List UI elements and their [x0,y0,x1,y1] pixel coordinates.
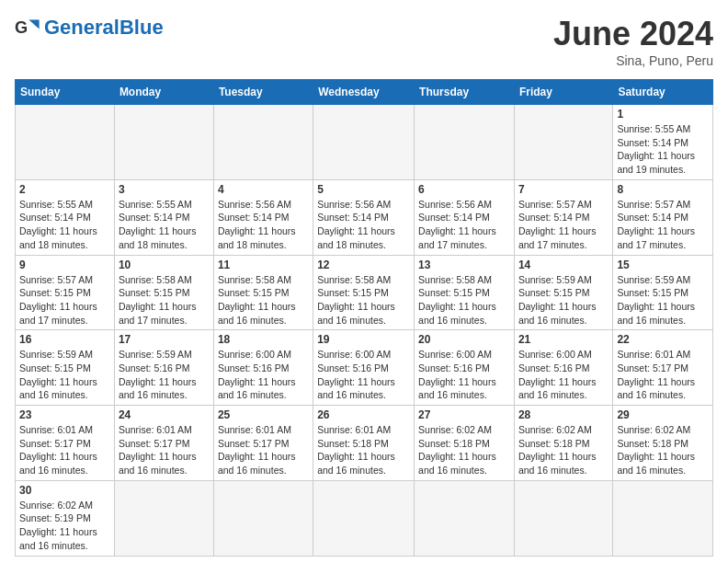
calendar-cell [415,105,515,180]
day-info: Sunrise: 6:02 AM Sunset: 5:19 PM Dayligh… [19,499,110,553]
day-number: 24 [119,408,210,421]
calendar-cell: 1Sunrise: 5:55 AM Sunset: 5:14 PM Daylig… [613,105,713,180]
calendar-cell: 13Sunrise: 5:58 AM Sunset: 5:15 PM Dayli… [415,255,515,330]
day-info: Sunrise: 6:00 AM Sunset: 5:16 PM Dayligh… [317,348,410,402]
week-row-5: 23Sunrise: 6:01 AM Sunset: 5:17 PM Dayli… [16,406,713,481]
day-number: 8 [617,183,709,196]
calendar-cell: 26Sunrise: 6:01 AM Sunset: 5:18 PM Dayli… [313,406,415,481]
day-number: 23 [19,408,110,421]
day-number: 9 [19,259,110,271]
calendar-cell: 29Sunrise: 6:02 AM Sunset: 5:18 PM Dayli… [613,406,713,481]
day-info: Sunrise: 6:02 AM Sunset: 5:18 PM Dayligh… [518,423,609,477]
title-block: June 2024 Sina, Puno, Peru [553,15,713,68]
week-row-1: 1Sunrise: 5:55 AM Sunset: 5:14 PM Daylig… [16,105,713,180]
weekday-header-thursday: Thursday [415,80,515,105]
day-info: Sunrise: 5:57 AM Sunset: 5:14 PM Dayligh… [617,198,709,252]
weekday-header-monday: Monday [114,80,213,105]
day-number: 21 [518,333,609,346]
month-title: June 2024 [553,15,713,53]
day-number: 4 [218,183,309,196]
day-number: 1 [617,108,709,121]
calendar-cell [514,480,612,556]
day-number: 27 [418,408,510,421]
calendar-cell: 18Sunrise: 6:00 AM Sunset: 5:16 PM Dayli… [213,330,313,406]
calendar-cell: 7Sunrise: 5:57 AM Sunset: 5:14 PM Daylig… [514,179,612,255]
day-number: 16 [19,333,110,346]
week-row-2: 2Sunrise: 5:55 AM Sunset: 5:14 PM Daylig… [16,179,713,255]
calendar-cell: 9Sunrise: 5:57 AM Sunset: 5:15 PM Daylig… [16,255,115,330]
svg-marker-1 [28,20,39,29]
location-subtitle: Sina, Puno, Peru [553,53,713,68]
day-info: Sunrise: 5:55 AM Sunset: 5:14 PM Dayligh… [617,122,709,177]
day-number: 20 [418,333,510,346]
day-info: Sunrise: 5:55 AM Sunset: 5:14 PM Dayligh… [119,198,210,252]
weekday-header-row: SundayMondayTuesdayWednesdayThursdayFrid… [16,80,713,105]
day-info: Sunrise: 6:01 AM Sunset: 5:18 PM Dayligh… [317,423,410,477]
day-info: Sunrise: 5:55 AM Sunset: 5:14 PM Dayligh… [19,198,110,252]
calendar-cell [114,480,213,556]
calendar-cell [313,480,415,556]
day-number: 26 [317,408,410,421]
calendar-cell: 16Sunrise: 5:59 AM Sunset: 5:15 PM Dayli… [16,330,115,406]
calendar-cell [514,105,612,180]
calendar-cell: 17Sunrise: 5:59 AM Sunset: 5:16 PM Dayli… [114,330,213,406]
day-info: Sunrise: 5:56 AM Sunset: 5:14 PM Dayligh… [317,198,410,252]
day-info: Sunrise: 5:58 AM Sunset: 5:15 PM Dayligh… [119,273,210,327]
calendar-cell: 8Sunrise: 5:57 AM Sunset: 5:14 PM Daylig… [613,179,713,255]
calendar-cell: 22Sunrise: 6:01 AM Sunset: 5:17 PM Dayli… [613,330,713,406]
day-info: Sunrise: 6:01 AM Sunset: 5:17 PM Dayligh… [617,348,709,402]
calendar-cell: 23Sunrise: 6:01 AM Sunset: 5:17 PM Dayli… [16,406,115,481]
calendar-table: SundayMondayTuesdayWednesdayThursdayFrid… [15,79,713,557]
calendar-cell: 4Sunrise: 5:56 AM Sunset: 5:14 PM Daylig… [213,179,313,255]
week-row-4: 16Sunrise: 5:59 AM Sunset: 5:15 PM Dayli… [16,330,713,406]
day-number: 25 [218,408,309,421]
week-row-6: 30Sunrise: 6:02 AM Sunset: 5:19 PM Dayli… [16,480,713,556]
calendar-cell [415,480,515,556]
calendar-cell: 24Sunrise: 6:01 AM Sunset: 5:17 PM Dayli… [114,406,213,481]
calendar-cell: 5Sunrise: 5:56 AM Sunset: 5:14 PM Daylig… [313,179,415,255]
day-number: 12 [317,259,410,271]
day-info: Sunrise: 5:58 AM Sunset: 5:15 PM Dayligh… [218,273,309,327]
day-info: Sunrise: 6:01 AM Sunset: 5:17 PM Dayligh… [19,423,110,477]
calendar-cell: 25Sunrise: 6:01 AM Sunset: 5:17 PM Dayli… [213,406,313,481]
weekday-header-saturday: Saturday [613,80,713,105]
day-number: 28 [518,408,609,421]
day-info: Sunrise: 6:00 AM Sunset: 5:16 PM Dayligh… [218,348,309,402]
day-info: Sunrise: 5:58 AM Sunset: 5:15 PM Dayligh… [418,273,510,327]
calendar-cell [213,480,313,556]
day-number: 18 [218,333,309,346]
logo: G GeneralBlue [15,15,164,40]
calendar-cell [16,105,115,180]
weekday-header-wednesday: Wednesday [313,80,415,105]
day-info: Sunrise: 5:59 AM Sunset: 5:15 PM Dayligh… [617,273,709,327]
day-number: 11 [218,259,309,271]
calendar-cell: 20Sunrise: 6:00 AM Sunset: 5:16 PM Dayli… [415,330,515,406]
day-number: 19 [317,333,410,346]
day-number: 7 [518,183,609,196]
svg-text:G: G [15,18,28,37]
calendar-cell: 6Sunrise: 5:56 AM Sunset: 5:14 PM Daylig… [415,179,515,255]
day-number: 15 [617,259,709,271]
calendar-cell: 19Sunrise: 6:00 AM Sunset: 5:16 PM Dayli… [313,330,415,406]
day-number: 22 [617,333,709,346]
day-number: 17 [119,333,210,346]
day-number: 10 [119,259,210,271]
day-number: 5 [317,183,410,196]
calendar-cell: 21Sunrise: 6:00 AM Sunset: 5:16 PM Dayli… [514,330,612,406]
calendar-cell [114,105,213,180]
calendar-cell [613,480,713,556]
day-number: 13 [418,259,510,271]
calendar-cell: 30Sunrise: 6:02 AM Sunset: 5:19 PM Dayli… [16,480,115,556]
day-number: 29 [617,408,709,421]
day-info: Sunrise: 6:01 AM Sunset: 5:17 PM Dayligh… [119,423,210,477]
calendar-cell [213,105,313,180]
day-number: 14 [518,259,609,271]
day-info: Sunrise: 5:58 AM Sunset: 5:15 PM Dayligh… [317,273,410,327]
calendar-cell: 14Sunrise: 5:59 AM Sunset: 5:15 PM Dayli… [514,255,612,330]
calendar-cell: 10Sunrise: 5:58 AM Sunset: 5:15 PM Dayli… [114,255,213,330]
day-info: Sunrise: 5:56 AM Sunset: 5:14 PM Dayligh… [418,198,510,252]
day-number: 2 [19,183,110,196]
weekday-header-sunday: Sunday [16,80,115,105]
calendar-cell: 27Sunrise: 6:02 AM Sunset: 5:18 PM Dayli… [415,406,515,481]
weekday-header-friday: Friday [514,80,612,105]
